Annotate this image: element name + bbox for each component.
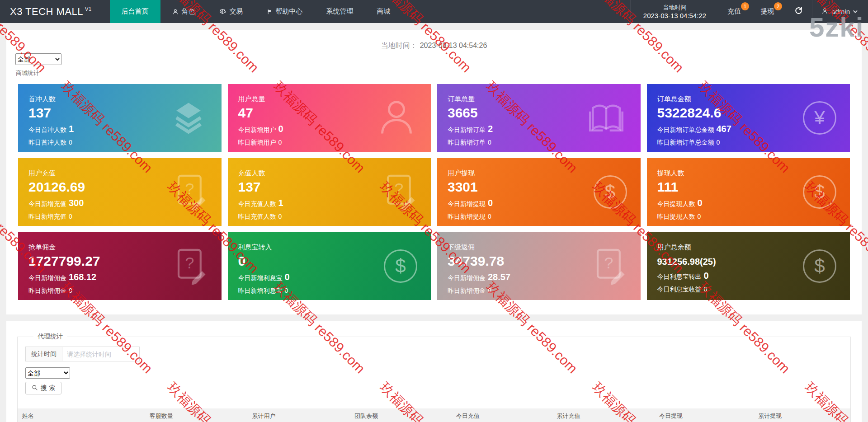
card-subline: 昨日新增充值0 bbox=[28, 212, 222, 221]
agent-table: 姓名客服数量累计用户团队余额今日充值累计充值今日提现累计提现 bldslli00… bbox=[18, 408, 850, 422]
card-subline-value: 0 bbox=[285, 287, 288, 294]
main-menu: 后台首页角色交易帮助中心系统管理商城 bbox=[110, 0, 402, 23]
stat-card: 首冲人数137今日首冲人数1昨日首冲人数0 bbox=[18, 84, 222, 152]
stat-card: 用户提现3301今日新增提现0昨日新增提现0$ bbox=[437, 158, 641, 226]
card-subline-label: 今日充值人数 bbox=[238, 200, 276, 207]
menu-item-角色[interactable]: 角色 bbox=[160, 0, 207, 23]
search-button[interactable]: 搜 索 bbox=[25, 382, 61, 394]
stat-cards-grid: 首冲人数137今日首冲人数1昨日首冲人数0用户总量47今日新增用户0昨日新增用户… bbox=[6, 84, 862, 300]
flag-icon bbox=[267, 9, 273, 15]
stat-time-label: 统计时间 bbox=[25, 347, 62, 361]
card-subline-value: 0 bbox=[488, 213, 491, 220]
book-icon bbox=[585, 130, 627, 137]
table-header-累计充值: 累计充值 bbox=[552, 408, 655, 422]
agent-stats-fieldset: 代理统计 统计时间 全部 搜 索 姓名客服数量累计用户团队余额 bbox=[17, 333, 851, 422]
local-time-label: 当地时间 bbox=[663, 4, 686, 11]
card-subline-label: 今日新增佣金 bbox=[448, 274, 486, 281]
card-subline-value: 0 bbox=[488, 139, 491, 146]
stat-card: 用户总量47今日新增用户0昨日新增用户0 bbox=[228, 84, 431, 152]
card-subline-value: 467 bbox=[717, 124, 731, 134]
agent-filter-select[interactable]: 全部 bbox=[25, 367, 70, 379]
table-header-累计用户: 累计用户 bbox=[247, 408, 350, 422]
dollar-circle-icon: $ bbox=[384, 249, 417, 283]
card-subline-label: 昨日首冲人数 bbox=[28, 139, 66, 146]
stat-card: 用户充值20126.69今日新增充值300昨日新增充值0? bbox=[18, 158, 222, 226]
brand-logo: X3 TECH MALL V1 bbox=[0, 0, 104, 23]
agent-filter-row: 统计时间 bbox=[25, 347, 843, 361]
recharge-menu-item[interactable]: 充值 1 bbox=[719, 0, 752, 23]
card-subline-label: 昨日新增提现 bbox=[448, 213, 486, 220]
menu-item-帮助中心[interactable]: 帮助中心 bbox=[255, 0, 315, 23]
menu-item-后台首页[interactable]: 后台首页 bbox=[110, 0, 160, 23]
file-edit-icon: ? bbox=[382, 204, 417, 212]
card-subline-value: 0 bbox=[69, 139, 72, 146]
card-subline-value: 0 bbox=[278, 139, 282, 146]
menu-item-label: 交易 bbox=[230, 7, 243, 16]
layers-icon bbox=[169, 130, 208, 138]
refresh-button[interactable] bbox=[785, 0, 812, 23]
page-content: 当地时间：2023-03-13 04:54:26 全部 商城统计 首冲人数137… bbox=[0, 23, 868, 422]
card-subline-label: 昨日新增订单 bbox=[448, 139, 486, 146]
menu-item-商城[interactable]: 商城 bbox=[365, 0, 402, 23]
card-subline-label: 昨日提现人数 bbox=[657, 213, 695, 220]
stat-card: 提现人数111今日提现人数0昨日提现人数0$ bbox=[647, 158, 850, 226]
dollar-circle-icon: $ bbox=[594, 175, 627, 209]
card-subline-label: 昨日新增充值 bbox=[28, 213, 66, 220]
section-title-mall-stats: 商城统计 bbox=[16, 69, 862, 77]
card-subline-value: 28.57 bbox=[488, 272, 510, 282]
search-icon bbox=[32, 384, 38, 392]
agent-stats-panel: 代理统计 统计时间 全部 搜 索 姓名客服数量累计用户团队余额 bbox=[6, 321, 862, 422]
card-subline-value: 0 bbox=[285, 272, 290, 282]
stat-time-input[interactable] bbox=[62, 347, 140, 361]
card-subline-label: 昨日新增用户 bbox=[238, 139, 276, 146]
file-edit-icon: ? bbox=[592, 278, 627, 286]
admin-dropdown[interactable]: admin bbox=[812, 0, 868, 23]
local-time-block: 当地时间 2023-03-13 04:54:22 bbox=[630, 0, 719, 23]
menu-item-label: 帮助中心 bbox=[276, 7, 303, 16]
admin-person-icon bbox=[821, 8, 828, 16]
card-subline: 昨日提现人数0 bbox=[657, 212, 850, 221]
dollar-circle-icon: $ bbox=[803, 249, 836, 283]
svg-text:?: ? bbox=[185, 180, 194, 198]
withdraw-menu-item[interactable]: 提现 2 bbox=[752, 0, 785, 23]
stats-filter-select[interactable]: 全部 bbox=[15, 53, 61, 65]
card-subline-label: 今日首冲人数 bbox=[28, 126, 66, 133]
withdraw-label: 提现 bbox=[760, 7, 774, 16]
menu-item-系统管理[interactable]: 系统管理 bbox=[315, 0, 365, 23]
card-subline-value: 0 bbox=[69, 213, 72, 220]
card-subline: 昨日充值人数0 bbox=[238, 212, 431, 221]
admin-username: admin bbox=[831, 8, 850, 15]
stat-card: 抢单佣金1727799.27今日新增佣金168.12昨日新增佣金0? bbox=[18, 232, 222, 300]
card-subline-value: 0 bbox=[278, 213, 282, 220]
navbar-right: 当地时间 2023-03-13 04:54:22 充值 1 提现 2 adm bbox=[630, 0, 868, 23]
table-header-今日提现: 今日提现 bbox=[655, 408, 754, 422]
menu-item-label: 商城 bbox=[377, 7, 391, 16]
menu-item-交易[interactable]: 交易 bbox=[207, 0, 255, 23]
dollar-circle-icon: $ bbox=[803, 175, 836, 209]
card-subline-value: 0 bbox=[704, 286, 708, 293]
content-local-time: 当地时间：2023-03-13 04:54:26 bbox=[6, 30, 862, 51]
content-local-time-value: 2023-03-13 04:54:26 bbox=[420, 42, 487, 49]
navbar: X3 TECH MALL V1 后台首页角色交易帮助中心系统管理商城 当地时间 … bbox=[0, 0, 868, 23]
card-subline: 昨日新增订单总金额0 bbox=[657, 138, 850, 147]
card-subline-value: 0 bbox=[69, 287, 72, 294]
card-subline: 今日利息宝收益0 bbox=[657, 285, 850, 294]
recharge-badge: 1 bbox=[741, 2, 749, 10]
card-subline-value: 0 bbox=[278, 124, 283, 134]
svg-text:?: ? bbox=[394, 180, 403, 198]
brand-text: X3 TECH MALL bbox=[10, 6, 83, 18]
file-edit-icon: ? bbox=[173, 204, 208, 212]
card-subline-label: 今日新增订单 bbox=[448, 126, 486, 133]
card-subline-value: 0 bbox=[698, 213, 701, 220]
card-subline: 昨日新增佣金0 bbox=[448, 286, 641, 295]
menu-item-label: 角色 bbox=[182, 7, 195, 16]
card-subline-label: 昨日新增利息宝 bbox=[238, 287, 283, 294]
svg-text:?: ? bbox=[185, 254, 194, 272]
table-header-累计提现: 累计提现 bbox=[754, 408, 850, 422]
withdraw-badge: 2 bbox=[774, 2, 782, 10]
mall-stats-panel: 当地时间：2023-03-13 04:54:26 全部 商城统计 首冲人数137… bbox=[6, 30, 862, 314]
card-subline-value: 300 bbox=[69, 198, 84, 208]
scales-icon bbox=[219, 8, 226, 15]
local-time-value: 2023-03-13 04:54:22 bbox=[643, 11, 706, 20]
stat-time-group: 统计时间 bbox=[25, 347, 140, 361]
